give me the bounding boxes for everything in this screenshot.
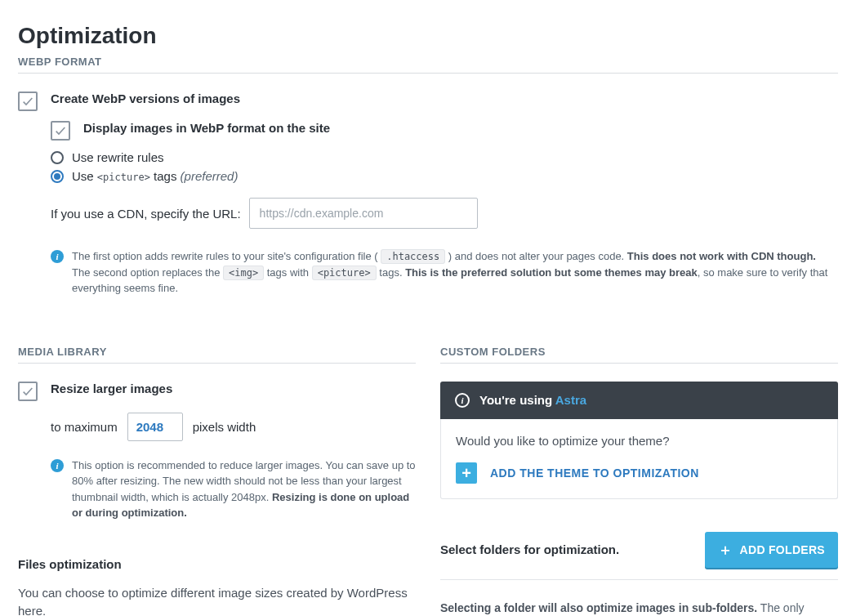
info-icon: i <box>51 250 64 263</box>
add-folders-button[interactable]: ＋ ADD FOLDERS <box>705 532 838 568</box>
checkbox-create-webp[interactable] <box>18 92 38 111</box>
info-icon: i <box>455 393 470 408</box>
plus-icon: ＋ <box>718 540 733 560</box>
label-rewrite-rules: Use rewrite rules <box>72 150 164 164</box>
page-title: Optimization <box>18 23 838 49</box>
select-folders-label: Select folders for optimization. <box>440 542 619 556</box>
label-resize-images: Resize larger images <box>51 382 172 395</box>
radio-picture-tags[interactable] <box>51 170 64 183</box>
label-to-maximum: to maximum <box>51 420 118 434</box>
theme-link[interactable]: Astra <box>555 393 586 407</box>
folders-description: Selecting a folder will also optimize im… <box>440 600 838 617</box>
radio-rewrite-rules[interactable] <box>51 151 64 164</box>
theme-banner: i You're using Astra <box>440 382 838 419</box>
webp-info-text: The first option adds rewrite rules to y… <box>72 248 838 297</box>
add-theme-button[interactable]: + ADD THE THEME TO OPTIMIZATION <box>456 462 823 484</box>
add-theme-label: ADD THE THEME TO OPTIMIZATION <box>490 466 699 480</box>
checkbox-display-webp[interactable] <box>51 121 70 141</box>
section-webp-format: WEBP FORMAT <box>18 56 838 74</box>
label-youre-using: You're using <box>479 393 555 407</box>
add-folders-label: ADD FOLDERS <box>740 543 825 556</box>
max-width-input[interactable] <box>127 413 183 441</box>
label-pixels-width: pixels width <box>193 420 256 434</box>
check-icon <box>54 124 67 137</box>
check-icon <box>21 385 34 398</box>
check-icon <box>21 95 34 108</box>
label-create-webp: Create WebP versions of images <box>51 92 240 105</box>
label-picture-tags: Use <picture> tags (preferred) <box>72 169 238 183</box>
label-cdn-url: If you use a CDN, specify the URL: <box>51 207 241 221</box>
cdn-url-input[interactable] <box>249 198 478 229</box>
checkbox-resize-images[interactable] <box>18 382 38 401</box>
label-display-webp: Display images in WebP format on the sit… <box>83 121 330 135</box>
info-icon: i <box>51 459 64 472</box>
section-custom-folders: CUSTOM FOLDERS <box>440 346 838 364</box>
plus-icon: + <box>456 462 477 484</box>
files-optimization-desc: You can choose to optimize different ima… <box>18 584 416 617</box>
resize-info-text: This option is recommended to reduce lar… <box>72 458 416 521</box>
files-optimization-title: Files optimization <box>18 557 416 571</box>
optimize-theme-question: Would you like to optimize your theme? <box>456 434 823 448</box>
section-media-library: MEDIA LIBRARY <box>18 346 416 364</box>
